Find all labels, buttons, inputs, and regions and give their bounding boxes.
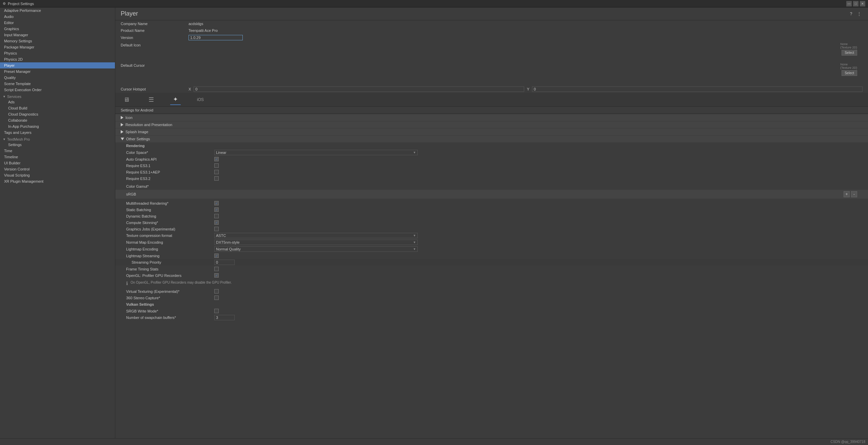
sidebar-item-editor[interactable]: Editor	[0, 20, 115, 26]
auto-graphics-api-row: Auto Graphics API	[115, 156, 868, 162]
sidebar-item-script-execution-order[interactable]: Script Execution Order	[0, 87, 115, 93]
texture-compression-row: Texture compression format ASTC ▼	[115, 232, 868, 239]
sidebar-item-package-manager[interactable]: Package Manager	[0, 44, 115, 50]
splash-section-toggle-icon	[121, 130, 123, 134]
splash-section-header[interactable]: Splash Image	[115, 128, 868, 135]
sidebar-item-cloud-diagnostics[interactable]: Cloud Diagnostics	[0, 111, 115, 117]
static-batching-checkbox[interactable]	[214, 207, 219, 212]
help-button[interactable]: ?	[848, 11, 854, 17]
frame-timing-stats-checkbox[interactable]	[214, 267, 219, 271]
compute-skinning-checkbox[interactable]	[214, 220, 219, 225]
static-batching-label: Static Batching	[126, 208, 214, 212]
color-space-select[interactable]: Linear ▼	[214, 150, 418, 155]
auto-graphics-api-checkbox[interactable]	[214, 157, 219, 161]
sidebar-item-collaborate[interactable]: Collaborate	[0, 117, 115, 123]
opengl-profiler-checkbox[interactable]	[214, 273, 219, 278]
sidebar-item-audio[interactable]: Audio	[0, 14, 115, 20]
sidebar-item-version-control[interactable]: Version Control	[0, 166, 115, 172]
sidebar-item-time[interactable]: Time	[0, 148, 115, 154]
multithreaded-rendering-checkbox[interactable]	[214, 201, 219, 205]
graphics-jobs-checkbox[interactable]	[214, 227, 219, 231]
color-gamut-remove-button[interactable]: -	[851, 191, 857, 197]
virtual-texturing-label: Virtual Texturing (Experimental)*	[126, 289, 214, 294]
resolution-section-header[interactable]: Resolution and Presentation	[115, 121, 868, 128]
default-icon-label: Default Icon	[121, 42, 189, 47]
virtual-texturing-row: Virtual Texturing (Experimental)*	[115, 288, 868, 295]
sidebar-item-xr-plugin-management[interactable]: XR Plugin Management	[0, 178, 115, 184]
lightmap-encoding-select[interactable]: Normal Quality ▼	[214, 246, 418, 252]
sidebar-item-cloud-build[interactable]: Cloud Build	[0, 105, 115, 111]
minimize-button[interactable]: —	[846, 1, 852, 6]
texture-compression-select[interactable]: ASTC ▼	[214, 233, 418, 238]
sidebar-item-physics[interactable]: Physics	[0, 50, 115, 56]
hotspot-y-input[interactable]	[532, 86, 863, 92]
lightmap-streaming-checkbox[interactable]	[214, 254, 219, 258]
sidebar-item-timeline[interactable]: Timeline	[0, 154, 115, 160]
more-options-button[interactable]: ⋮	[856, 11, 863, 17]
sidebar-item-preset-manager[interactable]: Preset Manager	[0, 68, 115, 75]
swapchain-buffers-input[interactable]	[214, 315, 235, 320]
sidebar-item-adaptive-performance[interactable]: Adaptive Performance	[0, 7, 115, 14]
resolution-section-label: Resolution and Presentation	[125, 123, 172, 127]
color-gamut-add-button[interactable]: +	[844, 191, 850, 197]
multithreaded-rendering-row: Multithreaded Rendering*	[115, 200, 868, 206]
close-button[interactable]: ✕	[860, 1, 865, 6]
status-text: CSDN @qq_39940718	[831, 440, 865, 444]
stereo-capture-checkbox[interactable]	[214, 296, 219, 300]
sidebar-item-in-app-purchasing[interactable]: In-App Purchasing	[0, 123, 115, 129]
cursor-hotspot-fields: X Y	[189, 86, 863, 92]
maximize-button[interactable]: □	[853, 1, 859, 6]
color-gamut-section: sRGB + -	[115, 190, 868, 199]
require-es32-checkbox[interactable]	[214, 176, 219, 181]
sidebar-item-textmesh-settings[interactable]: Settings	[0, 142, 115, 148]
icon-section-label: Icon	[125, 116, 133, 120]
company-name-label: Company Name	[121, 22, 189, 26]
other-settings-section-header[interactable]: Other Settings	[115, 135, 868, 142]
require-es31-checkbox[interactable]	[214, 163, 219, 168]
product-name-value: Teenpatti Ace Pro	[189, 28, 863, 33]
lightmap-encoding-value: Normal Quality	[216, 247, 241, 251]
default-icon-select-button[interactable]: Select	[842, 50, 857, 56]
platform-tab-desktop[interactable]: 🖥	[121, 95, 132, 105]
normal-map-encoding-label: Normal Map Encoding	[126, 240, 214, 244]
sidebar-item-tags-and-layers[interactable]: Tags and Layers	[0, 129, 115, 136]
version-input[interactable]	[189, 35, 243, 40]
sidebar-item-ads[interactable]: Ads	[0, 99, 115, 105]
compute-skinning-label: Compute Skinning*	[126, 221, 214, 225]
sidebar-item-scene-template[interactable]: Scene Template	[0, 81, 115, 87]
platform-tab-android[interactable]: ✦	[170, 94, 181, 105]
normal-map-encoding-select[interactable]: DXT5nm-style ▼	[214, 240, 418, 245]
icon-section-header[interactable]: Icon	[115, 114, 868, 121]
platform-tab-tv[interactable]: ☰	[146, 95, 157, 105]
sidebar-item-graphics[interactable]: Graphics	[0, 26, 115, 32]
app-icon: ⚙	[3, 2, 6, 5]
product-name-label: Product Name	[121, 28, 189, 33]
cursor-hotspot-label: Cursor Hotspot	[121, 87, 189, 91]
sidebar-item-input-manager[interactable]: Input Manager	[0, 32, 115, 38]
android-icon: ✦	[173, 96, 178, 103]
virtual-texturing-checkbox[interactable]	[214, 289, 219, 294]
swapchain-buffers-row: Number of swapchain buffers*	[115, 314, 868, 321]
color-gamut-header: Color Gamut*	[115, 183, 868, 190]
sidebar-item-visual-scripting[interactable]: Visual Scripting	[0, 172, 115, 178]
require-es31-aep-checkbox[interactable]	[214, 170, 219, 174]
sidebar-item-physics-2d[interactable]: Physics 2D	[0, 56, 115, 62]
sidebar-item-player[interactable]: Player	[0, 62, 115, 68]
sidebar-item-quality[interactable]: Quality	[0, 75, 115, 81]
color-gamut-label: Color Gamut*	[126, 184, 149, 188]
streaming-priority-input[interactable]	[214, 260, 235, 265]
srgb-write-mode-checkbox[interactable]	[214, 309, 219, 313]
hotspot-x-input[interactable]	[194, 86, 524, 92]
srgb-write-mode-label: SRGB Write Mode*	[126, 309, 214, 313]
require-es31-aep-label: Require ES3.1+AEP	[126, 170, 214, 174]
other-settings-label: Other Settings	[126, 137, 150, 141]
sidebar-item-ui-builder[interactable]: UI Builder	[0, 160, 115, 166]
srgb-write-mode-row: SRGB Write Mode*	[115, 308, 868, 314]
dynamic-batching-checkbox[interactable]	[214, 214, 219, 218]
header-actions: ? ⋮	[848, 11, 863, 17]
default-cursor-select-button[interactable]: Select	[842, 70, 857, 76]
desktop-icon: 🖥	[123, 96, 130, 103]
platform-tab-ios[interactable]: iOS	[194, 96, 206, 103]
sidebar-item-memory-settings[interactable]: Memory Settings	[0, 38, 115, 44]
streaming-priority-label: Streaming Priority	[132, 260, 214, 264]
